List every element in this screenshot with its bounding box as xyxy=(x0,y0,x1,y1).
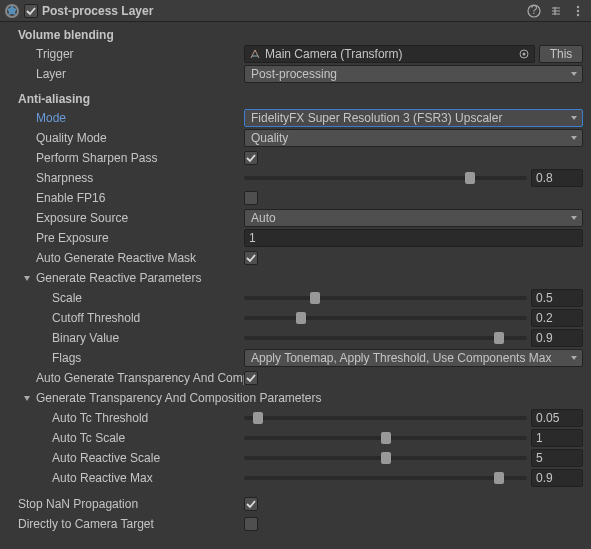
enable-fp16-checkbox[interactable] xyxy=(244,191,258,205)
enable-fp16-label: Enable FP16 xyxy=(36,191,244,205)
svg-point-7 xyxy=(523,53,526,56)
flags-select[interactable]: Apply Tonemap, Apply Threshold, Use Comp… xyxy=(244,349,583,367)
sharpness-slider[interactable] xyxy=(244,176,527,180)
binary-value-label: Binary Value xyxy=(52,331,244,345)
component-title: Post-process Layer xyxy=(42,4,521,18)
svg-text:?: ? xyxy=(531,4,538,17)
preset-icon[interactable] xyxy=(547,2,565,20)
help-icon[interactable]: ? xyxy=(525,2,543,20)
object-picker-icon[interactable] xyxy=(518,48,530,60)
direct-camera-label: Directly to Camera Target xyxy=(18,517,244,531)
auto-tc-threshold-field[interactable]: 0.05 xyxy=(531,409,583,427)
scale-field[interactable]: 0.5 xyxy=(531,289,583,307)
kebab-menu-icon[interactable] xyxy=(569,2,587,20)
chevron-down-icon xyxy=(570,114,578,122)
auto-reactive-mask-checkbox[interactable] xyxy=(244,251,258,265)
auto-reactive-scale-slider[interactable] xyxy=(244,456,527,460)
svg-point-4 xyxy=(577,9,579,11)
layer-label: Layer xyxy=(36,67,244,81)
trigger-field[interactable]: Main Camera (Transform) xyxy=(244,45,535,63)
auto-reactive-max-slider[interactable] xyxy=(244,476,527,480)
flags-label: Flags xyxy=(52,351,244,365)
auto-trans-comp-label: Auto Generate Transparency And Compositi… xyxy=(36,371,244,385)
trigger-label: Trigger xyxy=(36,47,244,61)
direct-camera-checkbox[interactable] xyxy=(244,517,258,531)
binary-value-slider[interactable] xyxy=(244,336,527,340)
layer-select[interactable]: Post-processing xyxy=(244,65,583,83)
svg-point-5 xyxy=(577,13,579,15)
cutoff-threshold-slider[interactable] xyxy=(244,316,527,320)
component-enabled-checkbox[interactable] xyxy=(24,4,38,18)
cutoff-threshold-field[interactable]: 0.2 xyxy=(531,309,583,327)
auto-reactive-max-label: Auto Reactive Max xyxy=(52,471,244,485)
auto-tc-threshold-label: Auto Tc Threshold xyxy=(52,411,244,425)
trigger-value: Main Camera (Transform) xyxy=(265,47,403,61)
perform-sharpen-checkbox[interactable] xyxy=(244,151,258,165)
auto-tc-scale-field[interactable]: 1 xyxy=(531,429,583,447)
pre-exposure-label: Pre Exposure xyxy=(36,231,244,245)
anti-aliasing-header: Anti-aliasing xyxy=(0,90,591,108)
gen-trans-foldout[interactable]: Generate Transparency And Composition Pa… xyxy=(36,391,591,405)
exposure-source-select[interactable]: Auto xyxy=(244,209,583,227)
auto-reactive-max-field[interactable]: 0.9 xyxy=(531,469,583,487)
chevron-down-icon xyxy=(570,134,578,142)
foldout-open-icon xyxy=(22,393,32,403)
perform-sharpen-label: Perform Sharpen Pass xyxy=(36,151,244,165)
sharpness-label: Sharpness xyxy=(36,171,244,185)
auto-trans-comp-checkbox[interactable] xyxy=(244,371,258,385)
scale-slider[interactable] xyxy=(244,296,527,300)
stop-nan-label: Stop NaN Propagation xyxy=(18,497,244,511)
binary-value-field[interactable]: 0.9 xyxy=(531,329,583,347)
auto-reactive-mask-label: Auto Generate Reactive Mask xyxy=(36,251,244,265)
this-button[interactable]: This xyxy=(539,45,583,63)
foldout-open-icon xyxy=(22,273,32,283)
component-icon xyxy=(4,3,20,19)
auto-reactive-scale-field[interactable]: 5 xyxy=(531,449,583,467)
stop-nan-checkbox[interactable] xyxy=(244,497,258,511)
quality-mode-label: Quality Mode xyxy=(36,131,244,145)
gen-reactive-foldout[interactable]: Generate Reactive Parameters xyxy=(36,271,244,285)
auto-reactive-scale-label: Auto Reactive Scale xyxy=(52,451,244,465)
mode-label[interactable]: Mode xyxy=(36,111,244,125)
quality-mode-select[interactable]: Quality xyxy=(244,129,583,147)
chevron-down-icon xyxy=(570,70,578,78)
pre-exposure-field[interactable]: 1 xyxy=(244,229,583,247)
auto-tc-scale-slider[interactable] xyxy=(244,436,527,440)
exposure-source-label: Exposure Source xyxy=(36,211,244,225)
auto-tc-threshold-slider[interactable] xyxy=(244,416,527,420)
svg-point-3 xyxy=(577,5,579,7)
sharpness-field[interactable]: 0.8 xyxy=(531,169,583,187)
scale-label: Scale xyxy=(52,291,244,305)
mode-select[interactable]: FidelityFX Super Resolution 3 (FSR3) Ups… xyxy=(244,109,583,127)
cutoff-threshold-label: Cutoff Threshold xyxy=(52,311,244,325)
volume-blending-header: Volume blending xyxy=(0,26,591,44)
chevron-down-icon xyxy=(570,354,578,362)
auto-tc-scale-label: Auto Tc Scale xyxy=(52,431,244,445)
chevron-down-icon xyxy=(570,214,578,222)
